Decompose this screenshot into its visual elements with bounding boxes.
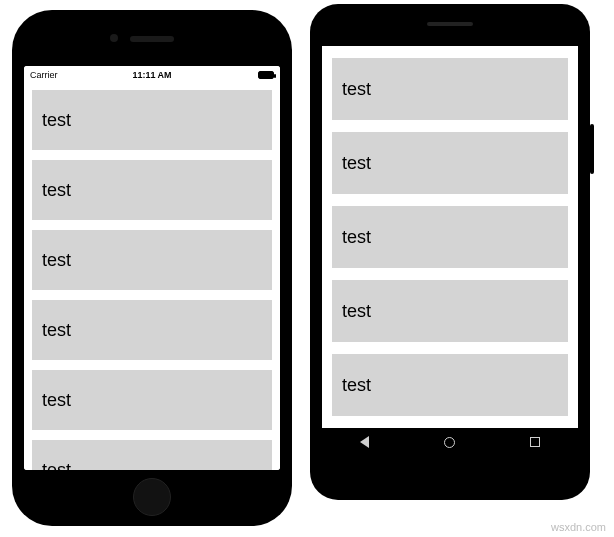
android-device-frame: test test test test test (310, 4, 590, 500)
list-item-label: test (42, 110, 71, 131)
android-navigation-bar (322, 428, 578, 456)
list-item-label: test (42, 250, 71, 271)
android-speaker (427, 22, 473, 26)
list-item[interactable]: test (32, 230, 272, 290)
list-item[interactable]: test (32, 90, 272, 150)
list-item-label: test (342, 375, 371, 396)
android-list[interactable]: test test test test test (322, 46, 578, 428)
list-item[interactable]: test (332, 354, 568, 416)
nav-home-icon[interactable] (444, 437, 455, 448)
iphone-device-frame: Carrier 11:11 AM test test test test tes… (12, 10, 292, 526)
list-item[interactable]: test (332, 132, 568, 194)
list-item-label: test (342, 153, 371, 174)
list-item[interactable]: test (32, 440, 272, 470)
battery-icon (258, 71, 274, 79)
iphone-camera (110, 34, 118, 42)
list-item[interactable]: test (332, 280, 568, 342)
iphone-home-button[interactable] (133, 478, 171, 516)
list-item-label: test (42, 180, 71, 201)
list-item[interactable]: test (32, 160, 272, 220)
list-item-label: test (42, 320, 71, 341)
nav-recent-icon[interactable] (530, 437, 540, 447)
list-item-label: test (42, 390, 71, 411)
list-item[interactable]: test (332, 58, 568, 120)
nav-back-icon[interactable] (360, 436, 369, 448)
iphone-screen: Carrier 11:11 AM test test test test tes… (24, 66, 280, 470)
list-item-label: test (342, 227, 371, 248)
ios-status-bar: Carrier 11:11 AM (24, 66, 280, 84)
list-item-label: test (342, 301, 371, 322)
list-item-label: test (342, 79, 371, 100)
android-power-button[interactable] (590, 124, 594, 174)
list-item[interactable]: test (32, 300, 272, 360)
status-time: 11:11 AM (24, 70, 280, 80)
watermark: wsxdn.com (551, 521, 606, 533)
ios-list[interactable]: test test test test test test (24, 84, 280, 470)
list-item-label: test (42, 460, 71, 471)
android-screen: test test test test test (322, 46, 578, 456)
list-item[interactable]: test (332, 206, 568, 268)
list-item[interactable]: test (32, 370, 272, 430)
iphone-earpiece (130, 36, 174, 42)
